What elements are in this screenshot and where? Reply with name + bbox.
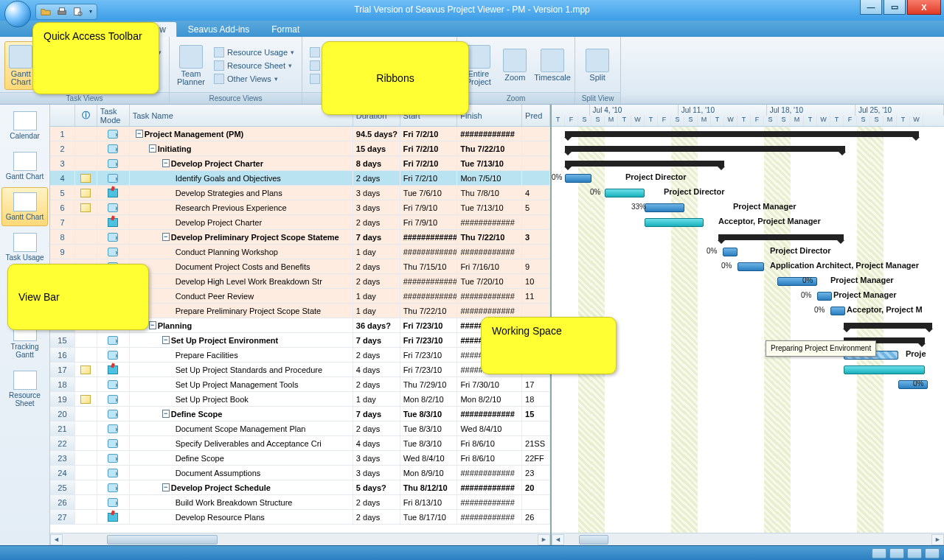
gantt-bar[interactable]: [565, 161, 724, 167]
timescale-day: S: [764, 116, 777, 126]
outline-toggle-icon[interactable]: −: [162, 336, 170, 344]
print-icon[interactable]: [57, 7, 67, 17]
split-button[interactable]: Split: [580, 45, 615, 85]
callout-workspace: Working Space: [481, 317, 617, 374]
viewbar-item-gantt-chart[interactable]: Gantt Chart: [1, 187, 48, 226]
note-indicator-icon: [80, 174, 91, 183]
task-row[interactable]: 8−Develop Preliminary Project Scope Stat…: [50, 230, 550, 245]
close-button[interactable]: X: [907, 0, 941, 15]
task-row[interactable]: 1−Project Management (PM)94.5 days?Fri 7…: [50, 127, 550, 141]
percent-complete: 0%: [707, 247, 717, 255]
outline-toggle-icon[interactable]: −: [136, 130, 143, 138]
team-planner-button[interactable]: Team Planner: [174, 41, 208, 90]
gantt-bar[interactable]: [565, 131, 919, 137]
task-row[interactable]: 2−Initiating15 daysFri 7/2/10Thu 7/22/10: [50, 141, 550, 156]
timescale-day: S: [870, 116, 884, 126]
gantt-bar[interactable]: [830, 307, 845, 315]
open-folder-icon[interactable]: [41, 7, 51, 17]
gantt-bar[interactable]: [738, 262, 764, 271]
percent-complete: 0%: [814, 306, 825, 314]
view-shortcut-4[interactable]: [925, 548, 940, 559]
gantt-bar[interactable]: [844, 365, 925, 374]
qat-dropdown-icon[interactable]: ▾: [89, 8, 92, 15]
scroll-right-icon[interactable]: ►: [931, 534, 944, 545]
timescale-week: Jul 11, '10: [678, 105, 767, 116]
col-indicator: ⓘ: [75, 105, 97, 126]
view-shortcut-1[interactable]: [872, 548, 886, 559]
task-row[interactable]: 25−Develop Project Schedule5 days?Thu 8/…: [50, 480, 550, 495]
task-row[interactable]: 17Set Up Project Standards and Procedure…: [50, 363, 550, 377]
task-row[interactable]: 3−Develop Project Charter8 daysFri 7/2/1…: [50, 156, 550, 171]
task-row[interactable]: 9Conduct Planning Workshop1 day#########…: [50, 245, 550, 259]
auto-schedule-icon: [108, 351, 118, 360]
task-row[interactable]: 27Develop Resource Plans2 daysTue 8/17/1…: [50, 510, 550, 525]
outline-toggle-icon[interactable]: −: [162, 233, 170, 241]
outline-toggle-icon[interactable]: −: [162, 159, 170, 167]
task-row[interactable]: 19Set Up Project Book1 dayMon 8/2/10Mon …: [50, 392, 550, 407]
task-row[interactable]: 18Set Up Project Management Tools2 daysT…: [50, 377, 550, 392]
viewbar-item-calendar[interactable]: Calendar: [1, 106, 48, 145]
viewbar-item-gantt-chart[interactable]: Gantt Chart: [1, 147, 48, 186]
scroll-left-icon[interactable]: ◄: [552, 534, 564, 545]
task-row[interactable]: 21Document Scope Management Plan2 daysTu…: [50, 421, 550, 436]
task-row[interactable]: 4Identify Goals and Objectives2 daysFri …: [50, 171, 550, 186]
viewbar-icon: [13, 233, 37, 252]
gantt-bar[interactable]: [723, 248, 738, 256]
task-row[interactable]: 7Develop Project Charter2 daysFri 7/9/10…: [50, 215, 550, 230]
viewbar-item-task-usage[interactable]: Task Usage: [1, 228, 48, 267]
tab-seavus-addins[interactable]: Seavus Add-ins: [177, 21, 260, 37]
gantt-bar[interactable]: [645, 218, 704, 227]
grid-hscroll[interactable]: ◄ ►: [50, 533, 550, 545]
gantt-hscroll[interactable]: ◄ ►: [552, 533, 944, 545]
maximize-button[interactable]: ▭: [884, 0, 906, 15]
outline-toggle-icon[interactable]: −: [162, 483, 170, 491]
print-preview-icon[interactable]: [73, 7, 83, 17]
task-row[interactable]: 23Define Scope3 daysWed 8/4/10Fri 8/6/10…: [50, 451, 550, 466]
viewbar-icon: [13, 192, 37, 211]
minimize-button[interactable]: —: [860, 0, 882, 15]
timescale-week: Jul 4, '10: [590, 105, 678, 116]
resource-usage-button[interactable]: Resource Usage: [211, 46, 297, 59]
timescale: Jul 4, '10Jul 11, '10Jul 18, '10Jul 25, …: [552, 105, 944, 127]
gantt-bar[interactable]: [844, 323, 932, 329]
viewbar-item-resource-sheet[interactable]: Resource Sheet: [1, 365, 48, 413]
gantt-bar[interactable]: [565, 146, 845, 152]
task-row[interactable]: 20−Define Scope7 daysTue 8/3/10#########…: [50, 407, 550, 421]
task-row[interactable]: 6Research Previous Experience3 daysFri 7…: [50, 200, 550, 215]
task-row[interactable]: 16Prepare Facilities2 daysFri 7/23/10###…: [50, 348, 550, 363]
timescale-button[interactable]: Timescale: [535, 45, 570, 85]
gantt-bar[interactable]: [817, 292, 832, 301]
outline-toggle-icon[interactable]: −: [162, 410, 170, 418]
timescale-day: T: [804, 116, 817, 126]
resource-sheet-button[interactable]: Resource Sheet: [211, 59, 297, 72]
timescale-week: Jul 25, '10: [856, 105, 944, 116]
task-row[interactable]: 26Build Work Breakdown Structure2 daysFr…: [50, 495, 550, 510]
timescale-day: T: [738, 116, 751, 126]
tab-format[interactable]: Format: [260, 21, 310, 37]
window-title: Trial Version of Seavus Project Viewer -…: [0, 4, 944, 15]
outline-toggle-icon[interactable]: −: [149, 321, 156, 329]
view-shortcut-2[interactable]: [889, 548, 904, 559]
auto-schedule-icon: [108, 248, 118, 256]
gantt-bar[interactable]: [565, 174, 591, 183]
view-shortcut-3[interactable]: [907, 548, 922, 559]
task-row[interactable]: 5Develop Strategies and Plans3 daysTue 7…: [50, 186, 550, 200]
window-controls: — ▭ X: [858, 0, 941, 15]
timescale-day: W: [817, 116, 830, 126]
gantt-bar[interactable]: [605, 189, 645, 197]
note-indicator-icon: [80, 189, 91, 197]
task-row[interactable]: 15−Set Up Project Environment7 daysFri 7…: [50, 333, 550, 348]
auto-schedule-icon: [108, 130, 118, 139]
outline-toggle-icon[interactable]: −: [149, 144, 156, 153]
scroll-right-icon[interactable]: ►: [538, 534, 550, 545]
manual-schedule-icon: [108, 218, 118, 227]
zoom-button[interactable]: Zoom: [499, 45, 532, 85]
task-row[interactable]: 24Document Assumptions3 daysMon 8/9/10##…: [50, 466, 550, 480]
app-orb-button[interactable]: [4, 1, 31, 27]
gantt-bar[interactable]: [718, 234, 844, 240]
task-row[interactable]: 22Specify Deliverables and Acceptance Cr…: [50, 436, 550, 451]
gantt-bar[interactable]: [645, 203, 684, 212]
other-resource-views-button[interactable]: Other Views: [211, 72, 297, 85]
auto-schedule-icon: [108, 336, 118, 345]
scroll-left-icon[interactable]: ◄: [50, 534, 63, 545]
